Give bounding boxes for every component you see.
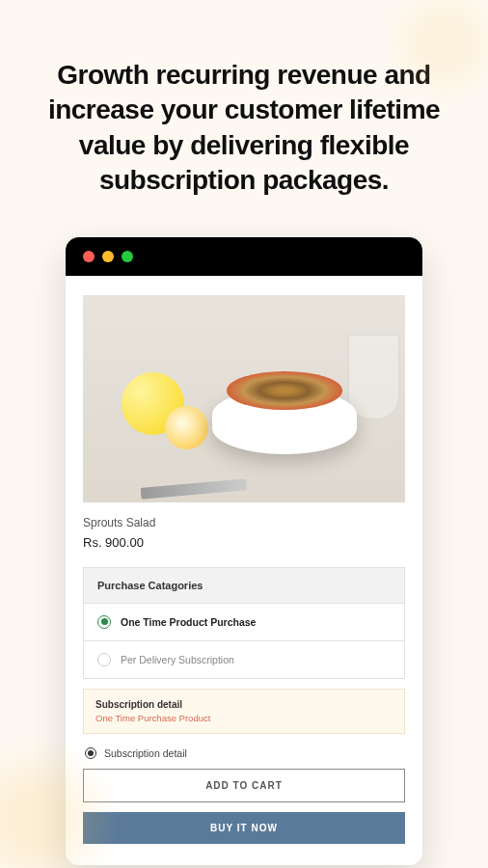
categories-header: Purchase Catagories [84,568,404,604]
product-price: Rs. 900.00 [83,535,405,550]
device-frame: Sprouts Salad Rs. 900.00 Purchase Catago… [66,237,422,865]
option-one-time[interactable]: One Time Product Purchase [84,604,404,641]
product-name: Sprouts Salad [83,516,405,529]
option-label: One Time Product Purchase [121,616,256,628]
window-title-bar [66,237,422,276]
subscription-detail-option[interactable]: Subscription detail [83,747,405,759]
food-decoration [347,334,400,420]
radio-icon [97,653,111,666]
minimize-icon[interactable] [102,251,114,262]
add-to-cart-button[interactable]: ADD TO CART [83,769,405,802]
radio-icon [97,615,111,629]
product-page: Sprouts Salad Rs. 900.00 Purchase Catago… [66,276,422,865]
page-headline: Growth recurring revenue and increase yo… [0,0,488,228]
subscription-detail-label: Subscription detail [104,747,187,759]
banner-subtitle: One Time Purchase Product [95,713,393,723]
food-decoration [141,478,248,500]
subscription-detail-banner: Subscription detail One Time Purchase Pr… [83,689,405,734]
close-icon[interactable] [83,251,95,262]
product-image [83,295,405,502]
food-decoration [165,406,208,449]
food-bowl [212,389,357,454]
maximize-icon[interactable] [122,251,133,262]
radio-dot-icon [101,618,108,625]
purchase-categories-box: Purchase Catagories One Time Product Pur… [83,567,405,679]
banner-title: Subscription detail [95,699,393,710]
buy-now-button[interactable]: BUY IT NOW [83,812,405,844]
option-label: Per Delivery Subscription [121,654,234,665]
radio-dot-icon [88,750,94,756]
option-per-delivery[interactable]: Per Delivery Subscription [84,641,404,678]
radio-icon [85,747,96,759]
